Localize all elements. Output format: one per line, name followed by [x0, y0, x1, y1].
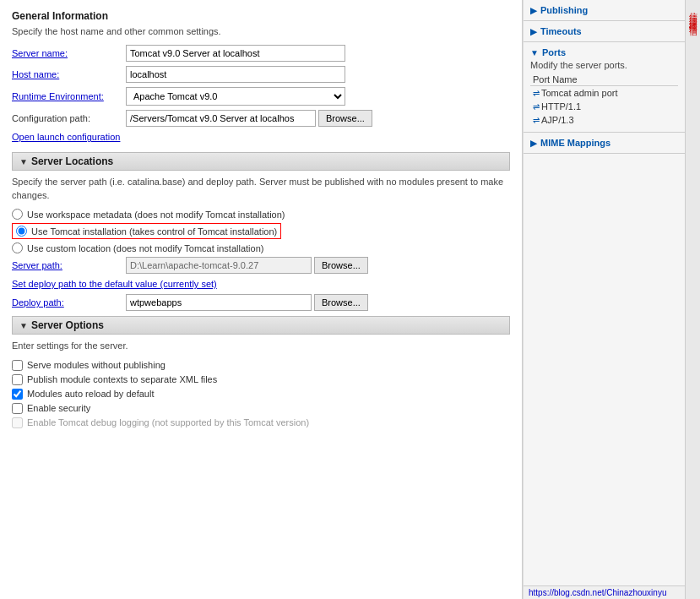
timeouts-label: Timeouts — [540, 26, 582, 36]
open-launch-link-row: Open launch configuration — [12, 131, 510, 147]
sidebar-char: 信 — [687, 15, 699, 16]
port-row: ⇌Tomcat admin port — [530, 86, 678, 101]
radio-custom-row: Use custom location (does not modify Tom… — [12, 242, 510, 253]
port-name: HTTP/1.1 — [541, 101, 581, 112]
open-launch-link[interactable]: Open launch configuration — [12, 132, 120, 142]
server-path-input[interactable] — [126, 257, 312, 274]
check2-label: Publish module contexts to separate XML … — [27, 374, 217, 384]
publishing-arrow: ▶ — [530, 6, 537, 15]
check3-checkbox[interactable] — [12, 389, 23, 400]
publishing-label: Publishing — [540, 5, 588, 15]
check4-checkbox[interactable] — [12, 403, 23, 414]
server-name-row: Server name: — [12, 45, 510, 62]
server-name-input[interactable] — [126, 45, 345, 62]
mime-mappings-label: MIME Mappings — [540, 138, 610, 148]
check2-row: Publish module contexts to separate XML … — [12, 374, 510, 385]
check3-row: Modules auto reload by default — [12, 389, 510, 400]
general-info-desc: Specify the host name and other common s… — [12, 25, 510, 38]
config-browse-button[interactable]: Browse... — [318, 110, 372, 127]
radio-workspace-row: Use workspace metadata (does not modify … — [12, 209, 510, 220]
radio-workspace[interactable] — [12, 209, 23, 220]
server-path-row: Server path: Browse... — [12, 257, 510, 274]
right-panel-content: ▶ Publishing ▶ Timeouts ▼ Ports Modify t… — [524, 0, 685, 154]
radio-custom-label: Use custom location (does not modify Tom… — [27, 243, 263, 253]
ports-title[interactable]: ▼ Ports — [530, 47, 678, 57]
server-path-browse-button[interactable]: Browse... — [314, 257, 368, 274]
radio-tomcat-selected-border: Use Tomcat installation (takes control o… — [12, 223, 281, 239]
config-path-input[interactable] — [126, 110, 316, 127]
sidebar-char: 信 — [687, 8, 699, 8]
radio-tomcat-label: Use Tomcat installation (takes control o… — [31, 226, 277, 237]
radio-custom[interactable] — [12, 242, 23, 253]
server-locations-arrow: ▼ — [19, 157, 28, 166]
sidebar-char: N — [687, 23, 697, 30]
server-locations-desc: Specify the server path (i.e. catalina.b… — [12, 176, 510, 202]
sidebar-char: 信 — [687, 5, 699, 6]
main-panel: General Information Specify the host nam… — [0, 0, 523, 599]
ports-section: ▼ Ports Modify the server ports. Port Na… — [524, 42, 685, 133]
default-value-link[interactable]: Set deploy path to the default value (cu… — [12, 279, 217, 289]
ports-desc: Modify the server ports. — [530, 60, 678, 70]
port-row: ⇌AJP/1.3 — [530, 113, 678, 127]
host-name-input[interactable] — [126, 66, 345, 83]
sidebar-char: 信 — [687, 10, 699, 11]
sidebar-strip: 信信信信信信信N — [685, 0, 700, 599]
port-cell: ⇌Tomcat admin port — [530, 86, 678, 101]
port-icon: ⇌ — [533, 116, 540, 125]
publishing-title[interactable]: ▶ Publishing — [530, 5, 678, 15]
server-locations-bar[interactable]: ▼ Server Locations — [12, 152, 510, 171]
ports-arrow: ▼ — [530, 48, 539, 57]
right-panel: ▶ Publishing ▶ Timeouts ▼ Ports Modify t… — [523, 0, 700, 599]
server-options-title: Server Options — [31, 319, 104, 331]
timeouts-section: ▶ Timeouts — [524, 21, 685, 42]
general-info-title: General Information — [12, 10, 510, 22]
deploy-path-input[interactable] — [126, 294, 312, 311]
server-options-bar[interactable]: ▼ Server Options — [12, 316, 510, 335]
sidebar-char: 信 — [687, 13, 699, 14]
check3-label: Modules auto reload by default — [27, 389, 154, 399]
port-name-header: Port Name — [530, 74, 678, 86]
status-url: https://blog.csdn.net/Chinazhouxinyu — [529, 588, 666, 597]
sidebar-char: 信 — [687, 20, 699, 21]
config-path-row: Configuration path: Browse... — [12, 110, 510, 127]
check1-label: Serve modules without publishing — [27, 360, 166, 370]
check4-label: Enable security — [27, 403, 90, 413]
mime-mappings-title[interactable]: ▶ MIME Mappings — [530, 138, 678, 148]
mime-mappings-arrow: ▶ — [530, 139, 537, 148]
check1-checkbox[interactable] — [12, 360, 23, 371]
server-locations-section: Specify the server path (i.e. catalina.b… — [12, 176, 510, 311]
host-name-row: Host name: — [12, 66, 510, 83]
check2-checkbox[interactable] — [12, 374, 23, 385]
ports-table: Port Name ⇌Tomcat admin port⇌HTTP/1.1⇌AJ… — [530, 74, 678, 127]
host-name-label[interactable]: Host name: — [12, 69, 126, 79]
server-options-arrow: ▼ — [19, 321, 28, 330]
check5-label: Enable Tomcat debug logging (not support… — [27, 417, 309, 427]
port-cell: ⇌AJP/1.3 — [530, 113, 678, 127]
server-path-label[interactable]: Server path: — [12, 260, 126, 270]
deploy-path-label[interactable]: Deploy path: — [12, 297, 126, 308]
sidebar-char: 信 — [687, 18, 699, 19]
status-bar: https://blog.csdn.net/Chinazhouxinyu — [524, 585, 685, 599]
port-name: Tomcat admin port — [541, 88, 617, 98]
radio-workspace-label: Use workspace metadata (does not modify … — [27, 210, 285, 220]
deploy-path-row: Deploy path: Browse... — [12, 294, 510, 311]
check1-row: Serve modules without publishing — [12, 360, 510, 371]
check4-row: Enable security — [12, 403, 510, 414]
server-options-desc: Enter settings for the server. — [12, 340, 510, 352]
server-locations-title: Server Locations — [31, 155, 113, 167]
radio-tomcat[interactable] — [16, 226, 27, 237]
timeouts-title[interactable]: ▶ Timeouts — [530, 26, 678, 36]
runtime-env-row: Runtime Environment: Apache Tomcat v9.0 — [12, 87, 510, 106]
runtime-env-label[interactable]: Runtime Environment: — [12, 91, 126, 101]
radio-tomcat-row: Use Tomcat installation (takes control o… — [12, 223, 510, 239]
publishing-section: ▶ Publishing — [524, 0, 685, 21]
port-cell: ⇌HTTP/1.1 — [530, 100, 678, 113]
server-options-section: Enter settings for the server. Serve mod… — [12, 340, 510, 427]
port-name: AJP/1.3 — [541, 115, 574, 125]
runtime-env-select[interactable]: Apache Tomcat v9.0 — [126, 87, 345, 106]
server-name-label[interactable]: Server name: — [12, 48, 126, 58]
port-row: ⇌HTTP/1.1 — [530, 100, 678, 113]
deploy-browse-button[interactable]: Browse... — [314, 294, 368, 311]
default-value-link-row: Set deploy path to the default value (cu… — [12, 278, 510, 294]
general-info-section: General Information Specify the host nam… — [12, 10, 510, 147]
